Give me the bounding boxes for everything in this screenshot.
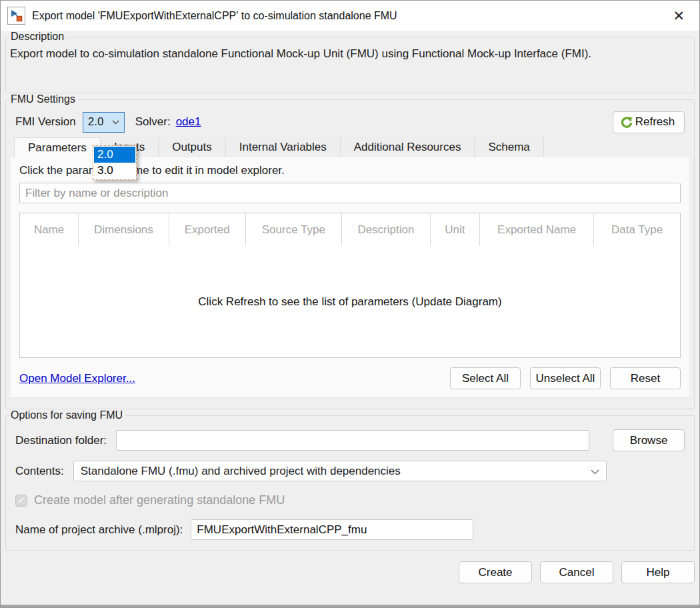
fmi-version-value: 2.0: [88, 115, 104, 129]
contents-label: Contents:: [15, 465, 64, 478]
column-header-data-type[interactable]: Data Type: [594, 213, 680, 246]
fmi-version-row: FMI Version 2.0 Solver: ode1 Refresh: [6, 105, 694, 133]
fmi-version-dropdown[interactable]: 2.0: [83, 112, 125, 133]
reset-button[interactable]: Reset: [610, 367, 681, 389]
fmi-version-popup: 2.0 3.0: [93, 145, 137, 180]
destination-folder-input[interactable]: [116, 430, 589, 451]
window-title: Export model 'FMUExportWithExternalCPP' …: [32, 10, 667, 22]
solver-link[interactable]: ode1: [176, 115, 201, 129]
fmu-settings-group-label: FMU Settings: [9, 93, 78, 105]
destination-folder-label: Destination folder:: [15, 434, 107, 447]
unselect-all-button[interactable]: Unselect All: [530, 367, 601, 389]
description-text: Export model to co-simulation standalone…: [6, 43, 679, 63]
browse-button[interactable]: Browse: [613, 429, 685, 451]
archive-name-row: Name of project archive (.mlproj):: [6, 519, 694, 540]
column-header-exported[interactable]: Exported: [169, 213, 246, 246]
open-model-explorer-link[interactable]: Open Model Explorer...: [19, 372, 135, 385]
chevron-down-icon: [112, 120, 119, 125]
column-header-name[interactable]: Name: [20, 213, 79, 246]
fmi-version-option-3-0[interactable]: 3.0: [94, 163, 135, 179]
column-header-unit[interactable]: Unit: [431, 213, 480, 246]
fmu-export-icon: [7, 7, 25, 25]
parameters-panel-footer: Open Model Explorer... Select All Unsele…: [19, 367, 681, 389]
refresh-button[interactable]: Refresh: [613, 111, 685, 133]
contents-row: Contents: Standalone FMU (.fmu) and arch…: [6, 461, 694, 481]
description-group-label: Description: [9, 31, 67, 43]
tab-additional-resources[interactable]: Additional Resources: [341, 137, 475, 157]
archive-name-input[interactable]: [191, 519, 473, 540]
filter-input[interactable]: [19, 183, 681, 203]
fmu-settings-group: FMU Settings FMI Version 2.0 Solver: ode…: [5, 93, 695, 409]
dialog-footer: Create Cancel Help: [1, 551, 699, 583]
create-model-checkbox-row: ✓ Create model after generating standalo…: [6, 493, 694, 507]
refresh-icon: [620, 115, 633, 129]
create-model-checkbox-label: Create model after generating standalone…: [34, 493, 285, 507]
window-bottom-edge: [1, 605, 699, 607]
close-icon[interactable]: ✕: [667, 7, 690, 24]
saving-options-group-label: Options for saving FMU: [9, 409, 125, 421]
destination-folder-row: Destination folder: Browse: [6, 429, 694, 451]
column-header-source-type[interactable]: Source Type: [246, 213, 343, 246]
create-model-checkbox: ✓: [15, 495, 27, 507]
fmi-version-option-2-0[interactable]: 2.0: [94, 147, 135, 163]
contents-value: Standalone FMU (.fmu) and archived proje…: [81, 465, 401, 478]
parameters-table: Name Dimensions Exported Source Type Des…: [19, 213, 681, 358]
parameters-table-header: Name Dimensions Exported Source Type Des…: [20, 213, 680, 246]
tab-parameters[interactable]: Parameters: [14, 137, 101, 157]
column-header-exported-name[interactable]: Exported Name: [480, 213, 594, 246]
parameters-tab-panel: Click the parameter name to edit it in m…: [11, 157, 689, 398]
tab-schema[interactable]: Schema: [475, 137, 543, 157]
chevron-down-icon: [591, 465, 599, 478]
refresh-button-label: Refresh: [635, 115, 675, 129]
tab-internal-variables[interactable]: Internal Variables: [226, 137, 341, 157]
create-button[interactable]: Create: [459, 561, 532, 583]
export-fmu-dialog: Export model 'FMUExportWithExternalCPP' …: [0, 0, 700, 608]
saving-options-group: Options for saving FMU Destination folde…: [5, 409, 695, 551]
tab-outputs[interactable]: Outputs: [159, 137, 226, 157]
contents-dropdown[interactable]: Standalone FMU (.fmu) and archived proje…: [73, 461, 607, 481]
solver-label: Solver:: [135, 115, 171, 129]
select-all-button[interactable]: Select All: [450, 367, 521, 389]
help-button[interactable]: Help: [621, 561, 695, 583]
fmi-version-label: FMI Version: [15, 115, 76, 129]
column-header-dimensions[interactable]: Dimensions: [79, 213, 169, 246]
column-header-description[interactable]: Description: [342, 213, 431, 246]
description-group: Description Export model to co-simulatio…: [5, 31, 695, 93]
titlebar: Export model 'FMUExportWithExternalCPP' …: [1, 1, 699, 31]
parameters-table-empty-message: Click Refresh to see the list of paramet…: [20, 246, 680, 357]
cancel-button[interactable]: Cancel: [540, 561, 613, 583]
archive-name-label: Name of project archive (.mlproj):: [15, 523, 183, 537]
